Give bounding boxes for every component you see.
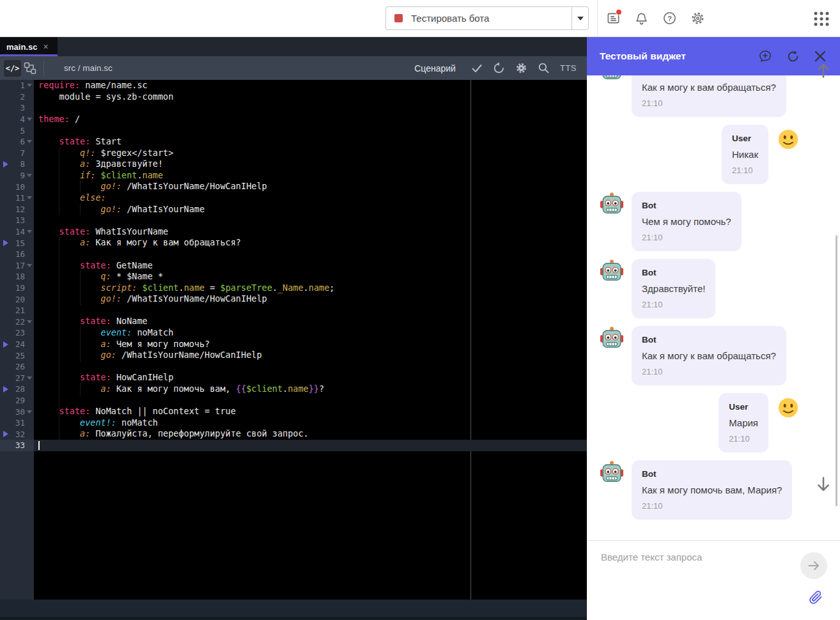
gutter-cell[interactable]: 4 bbox=[0, 114, 34, 125]
code-line-10[interactable]: 10 go!: /WhatIsYourName/HowCanIHelp bbox=[0, 181, 587, 192]
gutter-cell[interactable]: 24 bbox=[0, 339, 34, 350]
line-number[interactable]: 7 bbox=[20, 148, 25, 158]
code-line-11[interactable]: 11 else: bbox=[0, 192, 587, 204]
flow-view-icon[interactable] bbox=[21, 60, 38, 77]
line-number[interactable]: 10 bbox=[15, 182, 25, 192]
code-line-23[interactable]: 23 event: noMatch bbox=[0, 327, 587, 339]
gear-icon[interactable] bbox=[690, 11, 705, 26]
line-number[interactable]: 16 bbox=[15, 249, 25, 259]
code-line-19[interactable]: 19 script: $client.name = $parseTree._Na… bbox=[0, 283, 587, 294]
test-bot-button[interactable]: Тестировать бота bbox=[385, 6, 572, 30]
code-line-28[interactable]: 28 a: Как я могу помочь вам, {{$client.n… bbox=[0, 384, 587, 395]
debug-marker-icon[interactable] bbox=[3, 431, 8, 437]
code-line-15[interactable]: 15 a: Как я могу к вам обращаться? bbox=[0, 237, 587, 249]
undo-icon[interactable] bbox=[493, 62, 506, 75]
test-bot-dropdown-button[interactable] bbox=[572, 6, 589, 30]
line-number[interactable]: 24 bbox=[15, 339, 25, 349]
scenario-label[interactable]: Сценарий bbox=[414, 63, 456, 74]
line-number[interactable]: 31 bbox=[15, 418, 25, 428]
code-line-30[interactable]: 30 state: NoMatch || noContext = true bbox=[0, 406, 587, 417]
debug-marker-icon[interactable] bbox=[3, 240, 8, 246]
gutter-cell[interactable]: 17 bbox=[0, 260, 34, 272]
code-line-27[interactable]: 27 state: HowCanIHelp bbox=[0, 372, 587, 384]
gutter-cell[interactable]: 1 bbox=[0, 80, 34, 91]
gutter-cell[interactable]: 29 bbox=[0, 395, 34, 407]
editor-code-area[interactable]: 1require: name/name.sc2 module = sys.zb-… bbox=[0, 80, 587, 600]
line-number[interactable]: 15 bbox=[15, 238, 25, 248]
gutter-cell[interactable]: 14 bbox=[0, 226, 34, 238]
gutter-cell[interactable]: 33 bbox=[0, 440, 34, 451]
code-line-21[interactable]: 21 bbox=[0, 305, 587, 316]
code-line-5[interactable]: 5 bbox=[0, 125, 587, 136]
line-number[interactable]: 27 bbox=[15, 373, 25, 383]
code-line-31[interactable]: 31 event!: noMatch bbox=[0, 417, 587, 429]
gutter-cell[interactable]: 8 bbox=[0, 159, 34, 170]
tab-main-sc[interactable]: main.sc × bbox=[0, 37, 58, 56]
code-view-icon[interactable]: </> bbox=[4, 60, 21, 77]
line-number[interactable]: 29 bbox=[15, 396, 25, 405]
fold-arrow-icon[interactable] bbox=[27, 320, 32, 323]
gutter-cell[interactable]: 7 bbox=[0, 148, 34, 159]
query-input[interactable] bbox=[600, 551, 736, 563]
gutter-cell[interactable]: 22 bbox=[0, 316, 34, 327]
code-line-25[interactable]: 25 go: /WhatIsYourName/HowCanIHelp bbox=[0, 350, 587, 361]
fold-arrow-icon[interactable] bbox=[27, 264, 32, 267]
line-number[interactable]: 4 bbox=[20, 114, 25, 124]
gutter-cell[interactable]: 25 bbox=[0, 350, 34, 361]
line-number[interactable]: 12 bbox=[15, 205, 25, 214]
code-line-9[interactable]: 9 if: $client.name bbox=[0, 170, 587, 182]
gutter-cell[interactable]: 9 bbox=[0, 170, 34, 182]
line-number[interactable]: 19 bbox=[15, 283, 25, 293]
gutter-cell[interactable]: 20 bbox=[0, 293, 34, 305]
line-number[interactable]: 32 bbox=[15, 430, 25, 439]
gear-icon[interactable] bbox=[515, 62, 528, 75]
fold-arrow-icon[interactable] bbox=[27, 84, 32, 87]
paperclip-icon[interactable] bbox=[808, 590, 823, 605]
code-line-13[interactable]: 13 bbox=[0, 215, 587, 226]
help-icon[interactable]: ? bbox=[662, 11, 677, 26]
tts-button[interactable]: TTS bbox=[560, 63, 577, 73]
gutter-cell[interactable]: 28 bbox=[0, 384, 34, 395]
gutter-cell[interactable]: 6 bbox=[0, 136, 34, 148]
gutter-cell[interactable]: 31 bbox=[0, 417, 34, 429]
chat-scrollbar[interactable] bbox=[836, 235, 837, 506]
code-line-18[interactable]: 18 q: * $Name * bbox=[0, 271, 587, 283]
code-line-32[interactable]: 32 a: Пожалуйста, переформулируйте свой … bbox=[0, 428, 587, 440]
code-line-29[interactable]: 29 bbox=[0, 395, 587, 407]
debug-marker-icon[interactable] bbox=[3, 386, 8, 392]
code-line-22[interactable]: 22 state: NoName bbox=[0, 316, 587, 327]
gutter-cell[interactable]: 26 bbox=[0, 361, 34, 373]
fold-arrow-icon[interactable] bbox=[27, 376, 32, 380]
send-button[interactable] bbox=[800, 552, 827, 579]
gutter-cell[interactable]: 18 bbox=[0, 271, 34, 283]
apps-grid-icon[interactable] bbox=[813, 11, 830, 27]
gutter-cell[interactable]: 5 bbox=[0, 125, 34, 136]
line-number[interactable]: 21 bbox=[15, 306, 25, 315]
gutter-cell[interactable]: 19 bbox=[0, 283, 34, 294]
search-icon[interactable] bbox=[538, 62, 550, 75]
fold-arrow-icon[interactable] bbox=[27, 118, 32, 121]
code-line-33[interactable]: 33 bbox=[0, 440, 587, 451]
line-number[interactable]: 11 bbox=[15, 193, 25, 203]
debug-marker-icon[interactable] bbox=[3, 161, 8, 167]
line-number[interactable]: 3 bbox=[20, 103, 25, 112]
gutter-cell[interactable]: 11 bbox=[0, 192, 34, 204]
gutter-cell[interactable]: 23 bbox=[0, 327, 34, 339]
line-number[interactable]: 8 bbox=[20, 159, 25, 169]
gutter-cell[interactable]: 30 bbox=[0, 406, 34, 417]
code-line-7[interactable]: 7 q!: $regex</start> bbox=[0, 148, 587, 159]
line-number[interactable]: 26 bbox=[15, 362, 25, 371]
line-number[interactable]: 20 bbox=[15, 295, 25, 304]
code-line-12[interactable]: 12 go!: /WhatIsYourName bbox=[0, 204, 587, 215]
new-chat-icon[interactable] bbox=[758, 49, 772, 63]
refresh-icon[interactable] bbox=[786, 49, 800, 63]
gutter-cell[interactable]: 10 bbox=[0, 181, 34, 192]
code-line-14[interactable]: 14 state: WhatIsYourName bbox=[0, 226, 587, 238]
code-line-3[interactable]: 3 bbox=[0, 102, 587, 114]
code-line-6[interactable]: 6 state: Start bbox=[0, 136, 587, 148]
code-line-20[interactable]: 20 go!: /WhatIsYourName/HowCanIHelp bbox=[0, 293, 587, 305]
gutter-cell[interactable]: 32 bbox=[0, 428, 34, 440]
gutter-cell[interactable]: 12 bbox=[0, 204, 34, 215]
gutter-cell[interactable]: 2 bbox=[0, 91, 34, 103]
line-number[interactable]: 14 bbox=[15, 227, 25, 236]
